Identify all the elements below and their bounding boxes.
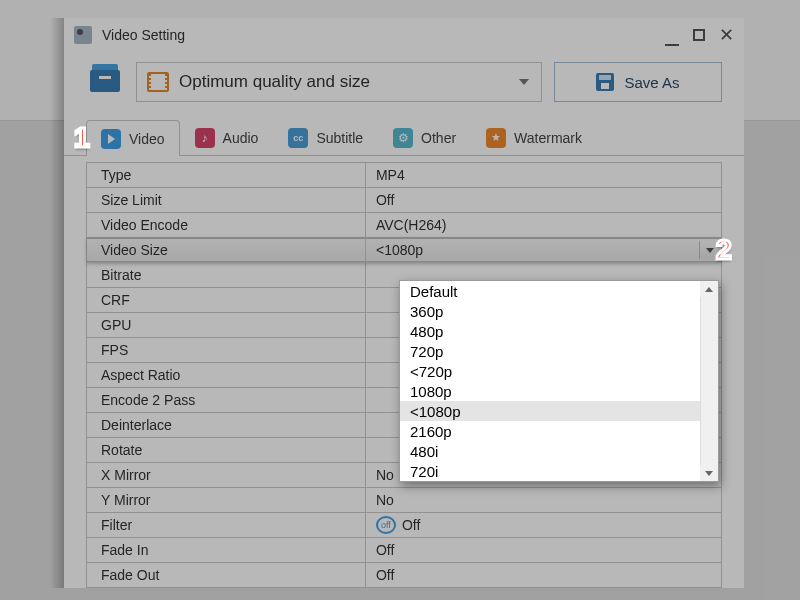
setting-value[interactable]: AVC(H264) (366, 213, 721, 237)
setting-row-fade-in: Fade InOff (87, 538, 721, 563)
video-size-option[interactable]: 360p (400, 301, 718, 321)
chevron-down-icon (519, 79, 529, 85)
setting-key: Encode 2 Pass (87, 388, 366, 412)
video-size-option[interactable]: 1080p (400, 381, 718, 401)
setting-row-filter: FilteroffOff (87, 513, 721, 538)
cc-icon (288, 128, 308, 148)
tab-label: Watermark (514, 130, 582, 146)
preset-dropdown[interactable]: Optimum quality and size (136, 62, 542, 102)
setting-value[interactable]: offOff (366, 513, 721, 537)
setting-key: Video Size (87, 238, 366, 262)
preset-category-icon[interactable] (86, 64, 124, 100)
tab-audio[interactable]: Audio (180, 119, 274, 155)
setting-key: Size Limit (87, 188, 366, 212)
scroll-up-button[interactable] (700, 281, 718, 297)
save-as-button[interactable]: Save As (554, 62, 722, 102)
off-pill-icon: off (376, 516, 396, 534)
setting-row-fade-out: Fade OutOff (87, 563, 721, 588)
tab-subtitle[interactable]: Subtitle (273, 119, 378, 155)
setting-value[interactable]: Off (366, 538, 721, 562)
setting-row-size-limit: Size LimitOff (87, 188, 721, 213)
setting-row-video-encode: Video EncodeAVC(H264) (87, 213, 721, 238)
tab-label: Subtitle (316, 130, 363, 146)
setting-value-text: No (376, 492, 394, 508)
video-size-option[interactable]: 720i (400, 461, 718, 481)
maximize-button[interactable] (693, 26, 705, 44)
setting-key: X Mirror (87, 463, 366, 487)
setting-value-text: MP4 (376, 167, 405, 183)
video-size-option[interactable]: <720p (400, 361, 718, 381)
video-size-option[interactable]: Default (400, 281, 718, 301)
music-icon (195, 128, 215, 148)
watermark-icon (486, 128, 506, 148)
setting-key: Y Mirror (87, 488, 366, 512)
tab-label: Other (421, 130, 456, 146)
minimize-button[interactable] (665, 26, 679, 44)
setting-value-text: No (376, 467, 394, 483)
setting-key: Rotate (87, 438, 366, 462)
tab-other[interactable]: Other (378, 119, 471, 155)
setting-value-text: AVC(H264) (376, 217, 447, 233)
close-button[interactable]: ✕ (719, 26, 734, 44)
video-size-dropdown-list[interactable]: Default360p480p720p<720p1080p<1080p2160p… (399, 280, 719, 482)
save-as-label: Save As (624, 74, 679, 91)
setting-value-text: <1080p (376, 242, 423, 258)
dropdown-scrollbar[interactable] (700, 281, 718, 481)
setting-key: Video Encode (87, 213, 366, 237)
setting-key: Fade In (87, 538, 366, 562)
setting-value[interactable]: No (366, 488, 721, 512)
callout-2: 2 (716, 234, 732, 266)
video-size-option[interactable]: 480p (400, 321, 718, 341)
preset-label: Optimum quality and size (179, 72, 370, 92)
film-icon (147, 72, 169, 92)
setting-key: Deinterlace (87, 413, 366, 437)
setting-key: Filter (87, 513, 366, 537)
window-title: Video Setting (102, 27, 185, 43)
setting-row-type: TypeMP4 (87, 163, 721, 188)
save-icon (596, 73, 614, 91)
callout-1: 1 (74, 122, 90, 154)
setting-value-text: Off (376, 192, 394, 208)
app-icon (74, 26, 92, 44)
setting-row-video-size: Video Size<1080p (87, 238, 721, 263)
tab-video[interactable]: Video (86, 120, 180, 156)
setting-key: GPU (87, 313, 366, 337)
video-size-option[interactable]: 720p (400, 341, 718, 361)
video-size-option[interactable]: <1080p (400, 401, 718, 421)
setting-value-text: Off (376, 567, 394, 583)
setting-key: FPS (87, 338, 366, 362)
setting-value[interactable]: Off (366, 188, 721, 212)
setting-key: Type (87, 163, 366, 187)
tab-label: Video (129, 131, 165, 147)
tab-watermark[interactable]: Watermark (471, 119, 597, 155)
tab-label: Audio (223, 130, 259, 146)
setting-row-y-mirror: Y MirrorNo (87, 488, 721, 513)
scroll-down-button[interactable] (700, 465, 718, 481)
play-icon (101, 129, 121, 149)
setting-key: Aspect Ratio (87, 363, 366, 387)
video-size-option[interactable]: 480i (400, 441, 718, 461)
tabs: Video Audio Subtitle Other Watermark (64, 116, 744, 156)
setting-key: CRF (87, 288, 366, 312)
setting-value[interactable]: Off (366, 563, 721, 587)
setting-value-text: Off (376, 542, 394, 558)
sliders-icon (393, 128, 413, 148)
titlebar: Video Setting ✕ (64, 18, 744, 52)
setting-value[interactable]: <1080p (366, 238, 721, 262)
video-size-option[interactable]: 2160p (400, 421, 718, 441)
setting-key: Fade Out (87, 563, 366, 587)
setting-value[interactable]: MP4 (366, 163, 721, 187)
setting-value-text: Off (402, 517, 420, 533)
setting-key: Bitrate (87, 263, 366, 287)
